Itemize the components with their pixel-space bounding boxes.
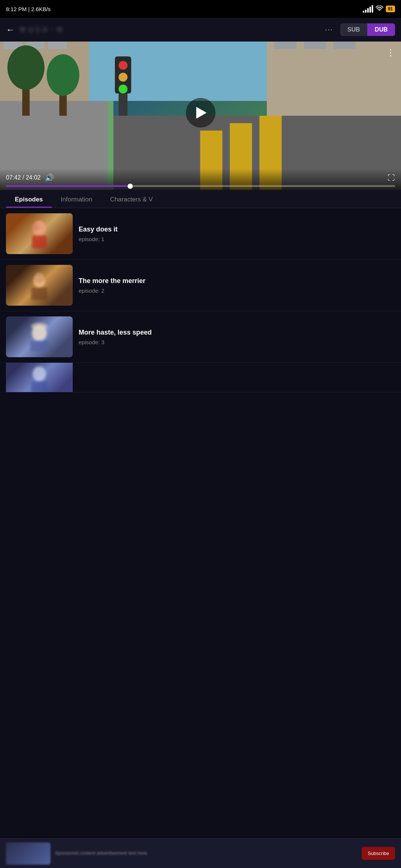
back-button[interactable]: ← bbox=[6, 24, 15, 35]
episode-1-info: Easy does it episode: 1 bbox=[79, 225, 395, 242]
episode-2-thumbnail bbox=[6, 265, 73, 306]
svg-rect-46 bbox=[31, 381, 47, 392]
episode-2-title: The more the merrier bbox=[79, 277, 395, 285]
more-options-button[interactable]: ⋯ bbox=[325, 25, 333, 34]
episode-3-thumbnail bbox=[6, 316, 73, 357]
player-time-row: 07:42 / 24:02 🔊 ⛶ bbox=[6, 173, 395, 182]
wifi-icon bbox=[375, 6, 384, 12]
progress-fill bbox=[6, 185, 131, 187]
svg-point-44 bbox=[31, 323, 47, 330]
svg-point-45 bbox=[33, 366, 46, 381]
svg-rect-37 bbox=[32, 236, 47, 249]
video-player[interactable]: ⋮ 07:42 / 24:02 🔊 ⛶ bbox=[0, 42, 401, 190]
tab-episodes[interactable]: Episodes bbox=[6, 190, 52, 208]
status-icons: 91 bbox=[363, 5, 395, 13]
dub-button[interactable]: DUB bbox=[367, 23, 395, 36]
episode-item[interactable]: Easy does it episode: 1 bbox=[0, 208, 401, 260]
svg-rect-43 bbox=[30, 341, 49, 352]
tab-characters[interactable]: Characters & V bbox=[101, 190, 162, 208]
episode-item[interactable] bbox=[0, 363, 401, 392]
player-controls: 07:42 / 24:02 🔊 ⛶ bbox=[0, 169, 401, 190]
episode-item[interactable]: The more the merrier episode: 2 bbox=[0, 260, 401, 311]
episode-4-thumbnail bbox=[6, 363, 73, 392]
current-time: 07:42 / 24:02 bbox=[6, 174, 40, 181]
svg-point-38 bbox=[33, 223, 39, 231]
episode-1-title: Easy does it bbox=[79, 225, 395, 234]
progress-thumb[interactable] bbox=[128, 184, 133, 189]
status-time: 8:12 PM | 2.6KB/s bbox=[6, 6, 51, 12]
episode-4-info bbox=[79, 377, 395, 379]
episode-item[interactable]: More haste, less speed episode: 3 bbox=[0, 311, 401, 363]
episode-3-title: More haste, less speed bbox=[79, 328, 395, 337]
sub-dub-toggle: SUB DUB bbox=[340, 23, 395, 36]
tabs-row: Episodes Information Characters & V bbox=[0, 190, 401, 208]
volume-icon[interactable]: 🔊 bbox=[45, 173, 54, 182]
svg-rect-41 bbox=[34, 272, 45, 283]
video-more-button[interactable]: ⋮ bbox=[386, 47, 395, 58]
fullscreen-icon[interactable]: ⛶ bbox=[388, 174, 395, 182]
svg-rect-40 bbox=[31, 287, 47, 300]
play-button[interactable] bbox=[186, 98, 216, 128]
episode-1-number: episode: 1 bbox=[79, 236, 395, 242]
episode-2-info: The more the merrier episode: 2 bbox=[79, 277, 395, 294]
episode-3-number: episode: 3 bbox=[79, 339, 395, 345]
nav-title: サコリス・サ bbox=[19, 25, 325, 34]
episodes-list: Easy does it episode: 1 The more the mer… bbox=[0, 208, 401, 430]
sub-button[interactable]: SUB bbox=[340, 23, 368, 36]
signal-icon bbox=[363, 5, 373, 13]
episode-1-thumbnail bbox=[6, 213, 73, 254]
progress-bar[interactable] bbox=[6, 185, 395, 187]
battery-badge: 91 bbox=[386, 6, 395, 12]
episode-3-info: More haste, less speed episode: 3 bbox=[79, 328, 395, 345]
play-icon bbox=[196, 107, 207, 119]
ad-button[interactable]: Subscribe bbox=[362, 847, 395, 860]
ad-banner: Sponsored content advertisement text her… bbox=[0, 838, 401, 868]
tab-information[interactable]: Information bbox=[52, 190, 101, 208]
status-bar: 8:12 PM | 2.6KB/s 91 bbox=[0, 0, 401, 18]
ad-thumbnail bbox=[6, 842, 50, 865]
top-nav: ← サコリス・サ ⋯ SUB DUB bbox=[0, 18, 401, 42]
episode-2-number: episode: 2 bbox=[79, 287, 395, 294]
ad-text: Sponsored content advertisement text her… bbox=[55, 850, 357, 857]
